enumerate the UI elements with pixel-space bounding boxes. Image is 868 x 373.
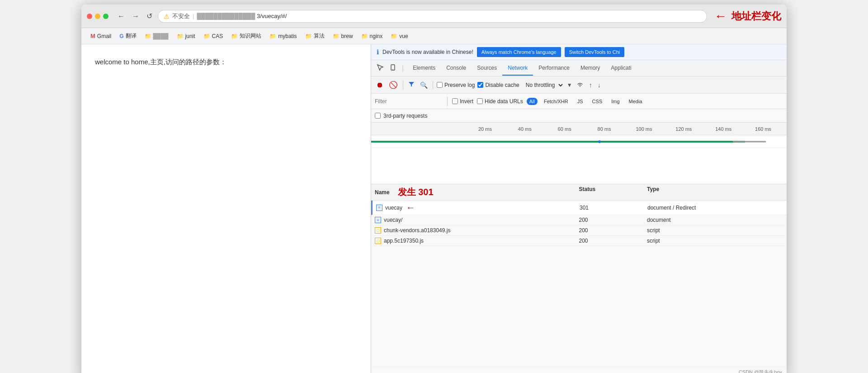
invert-label: Invert <box>460 98 473 105</box>
file-name-chunk-vendors: chunk-vendors.a0183049.js <box>384 227 450 234</box>
device-icon[interactable] <box>387 62 398 74</box>
filter-tag-js[interactable]: JS <box>575 98 586 105</box>
timeline-header: 20 ms 40 ms 60 ms 80 ms 100 ms 120 ms 14… <box>371 123 787 135</box>
type-column-header: Type <box>647 186 783 198</box>
tab-console[interactable]: Console <box>441 61 472 76</box>
file-name-vuecay: vuecay <box>385 205 402 211</box>
bookmark-brew[interactable]: 📁 brew <box>329 32 357 41</box>
timeline-marker-120: 120 ms <box>664 126 703 132</box>
bookmark-junit[interactable]: 📁 junit <box>173 32 199 41</box>
url-annotation-text: 地址栏变化 <box>731 10 781 23</box>
bookmark-mybatis[interactable]: 📁 mybatis <box>266 32 300 41</box>
filter-button[interactable] <box>407 80 416 90</box>
row-name-vuecay: ≡ vuecay ← <box>376 202 580 213</box>
filter-tag-media[interactable]: Media <box>626 98 645 105</box>
maximize-button[interactable] <box>103 14 108 19</box>
timeline-marker-80: 80 ms <box>585 126 624 132</box>
minimize-button[interactable] <box>95 14 100 19</box>
tab-sources[interactable]: Sources <box>472 61 502 76</box>
invert-checkbox[interactable] <box>452 98 458 104</box>
invert-checkbox-label[interactable]: Invert <box>452 98 473 105</box>
preserve-log-label: Preserve log <box>444 82 475 88</box>
bookmark-translate[interactable]: G 翻译 <box>116 31 140 41</box>
bookmark-folder1[interactable]: 📁 ████ <box>141 32 172 41</box>
page-content: welcome to home,主页,访问的路径的参数： <box>81 44 371 373</box>
timeline-empty-area <box>371 148 787 184</box>
wifi-icon[interactable] <box>575 80 585 90</box>
address-text: ██████████████ 3/vuecay/#/ <box>197 13 701 19</box>
bookmark-gmail[interactable]: M Gmail <box>87 31 115 41</box>
hide-data-urls-checkbox-label[interactable]: Hide data URLs <box>477 98 523 105</box>
browser-window: ← → ↺ ⚠ 不安全 | ██████████████ 3/vuecay/#/… <box>81 5 787 373</box>
switch-devtools-button[interactable]: Switch DevTools to Chi <box>565 47 625 57</box>
table-row[interactable]: ≡ vuecay ← 301 document / Redirect <box>371 201 787 215</box>
hide-data-urls-checkbox[interactable] <box>477 98 483 104</box>
download-icon[interactable]: ↓ <box>596 80 602 90</box>
status-200-3: 200 <box>579 238 647 244</box>
network-table-body: ≡ vuecay ← 301 document / Redirect ≡ vue… <box>371 201 787 367</box>
forward-button[interactable]: → <box>130 10 141 22</box>
bookmark-zhishi[interactable]: 📁 知识网站 <box>227 31 265 41</box>
translate-icon: G <box>119 33 123 39</box>
table-header-area: Name 发生 301 Status Type <box>371 184 787 201</box>
address-redacted: ██████████████ <box>197 13 255 19</box>
timeline-marker-40: 40 ms <box>505 126 545 132</box>
bookmark-vue[interactable]: 📁 vue <box>387 32 411 41</box>
record-button[interactable]: ⏺ <box>375 80 385 91</box>
back-button[interactable]: ← <box>116 10 127 22</box>
clear-button[interactable]: 🚫 <box>387 79 399 91</box>
inspect-icon[interactable] <box>375 62 386 74</box>
svg-marker-2 <box>409 82 414 86</box>
search-button[interactable]: 🔍 <box>419 80 429 90</box>
preserve-log-checkbox-label[interactable]: Preserve log <box>437 82 475 88</box>
bookmark-suanfa[interactable]: 📁 算法 <box>302 31 328 41</box>
disable-cache-checkbox[interactable] <box>477 82 483 88</box>
table-row[interactable]: ≡ vuecay/ 200 document <box>371 215 787 225</box>
timeline-gray-bar <box>733 141 766 142</box>
filter-tag-img[interactable]: Img <box>609 98 622 105</box>
folder-icon-suanfa: 📁 <box>305 33 312 39</box>
close-button[interactable] <box>87 14 92 19</box>
table-row[interactable]: ⬡ chunk-vendors.a0183049.js 200 script <box>371 225 787 236</box>
throttle-select[interactable]: No throttling <box>522 81 564 90</box>
upload-icon[interactable]: ↑ <box>588 80 594 90</box>
devtools-tabs: | Elements Console Sources Network Perfo… <box>371 60 787 77</box>
tab-application[interactable]: Applicati <box>605 61 637 76</box>
reload-button[interactable]: ↺ <box>145 10 154 22</box>
disable-cache-label: Disable cache <box>485 82 519 88</box>
warning-icon: ⚠ <box>164 13 170 20</box>
url-annotation-container: ← 地址栏变化 <box>714 10 781 23</box>
name-column-header: Name 发生 301 <box>375 186 579 198</box>
bookmark-nginx-label: nginx <box>370 33 383 39</box>
bookmark-nginx[interactable]: 📁 nginx <box>358 32 387 41</box>
hide-data-urls-label: Hide data URLs <box>485 98 523 105</box>
preserve-log-checkbox[interactable] <box>437 82 443 88</box>
file-name-app-js: app.5c197350.js <box>384 238 424 244</box>
bookmark-translate-label: 翻译 <box>126 32 137 40</box>
filter-tag-fetch[interactable]: Fetch/XHR <box>541 98 571 105</box>
timeline-marker-60: 60 ms <box>545 126 585 132</box>
annotation-301-text: 发生 301 <box>398 186 434 198</box>
bookmark-junit-label: junit <box>185 33 195 39</box>
devtools-panel: ℹ DevTools is now available in Chinese! … <box>371 44 787 373</box>
traffic-lights <box>87 14 108 19</box>
bookmark-redacted-1: ████ <box>153 33 169 39</box>
third-party-label: 3rd-party requests <box>383 113 427 119</box>
filter-tag-all[interactable]: All <box>527 98 538 105</box>
filter-input[interactable] <box>375 98 443 105</box>
always-match-button[interactable]: Always match Chrome's language <box>477 47 561 57</box>
bookmarks-bar: M Gmail G 翻译 📁 ████ 📁 junit 📁 CAS 📁 知识网站… <box>81 28 787 44</box>
filter-tag-css[interactable]: CSS <box>590 98 605 105</box>
third-party-checkbox[interactable] <box>375 113 381 119</box>
network-table-header: Name 发生 301 Status Type <box>371 184 787 201</box>
tab-elements[interactable]: Elements <box>407 61 441 76</box>
tab-memory[interactable]: Memory <box>575 61 605 76</box>
tab-performance[interactable]: Performance <box>533 61 575 76</box>
address-bar[interactable]: ⚠ 不安全 | ██████████████ 3/vuecay/#/ <box>158 10 707 23</box>
tab-network[interactable]: Network <box>502 61 533 76</box>
table-row[interactable]: ⬡ app.5c197350.js 200 script <box>371 236 787 246</box>
disable-cache-checkbox-label[interactable]: Disable cache <box>477 82 519 88</box>
red-arrow-right: ← <box>714 10 727 23</box>
bookmark-cas[interactable]: 📁 CAS <box>200 32 227 41</box>
gmail-icon: M <box>90 33 95 39</box>
